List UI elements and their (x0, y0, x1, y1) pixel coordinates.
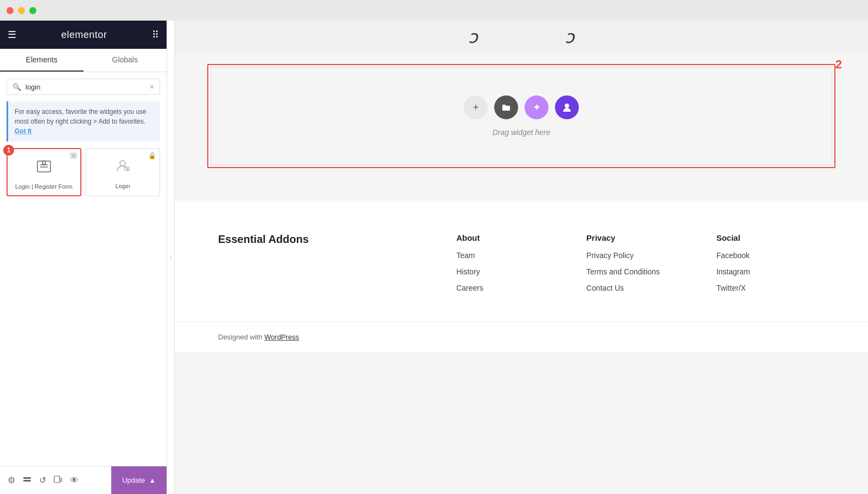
sidebar-header: ☰ elementor ⠿ (0, 21, 167, 49)
footer-section: Essential Addons About Team History Care… (175, 201, 868, 322)
widget-login-register-label: Login | Register Form (12, 183, 76, 190)
lock-icon: 🔒 (148, 152, 156, 159)
drop-zone-wrapper: 2 + ✦ (175, 53, 868, 179)
widget-badge-a: A (70, 152, 76, 159)
footer-grid: Essential Addons About Team History Care… (218, 233, 825, 300)
svg-rect-8 (23, 480, 31, 482)
footer-privacy-title: Privacy (586, 233, 695, 242)
drop-zone-buttons: + ✦ (464, 95, 579, 119)
minimize-button[interactable] (18, 7, 25, 14)
footer-about-title: About (456, 233, 565, 242)
drop-zone-outer: 2 + ✦ (207, 64, 835, 168)
sidebar: ☰ elementor ⠿ Elements Globals 🔍 × For e… (0, 21, 167, 494)
canvas: ɔ ɔ 2 + ✦ (175, 21, 868, 494)
nav-symbol-left: ɔ (468, 27, 478, 47)
hint-text: For easy access, favorite the widgets yo… (15, 108, 146, 125)
svg-rect-0 (37, 161, 50, 172)
hamburger-menu-icon[interactable]: ☰ (8, 29, 16, 41)
bottom-icons: ⚙ ↺ 👁 (0, 475, 111, 486)
responsive-icon[interactable] (54, 475, 62, 486)
nav-symbol-right: ɔ (565, 27, 575, 47)
folder-button[interactable] (494, 95, 518, 119)
sidebar-bottom-toolbar: ⚙ ↺ 👁 Update ▲ (0, 466, 167, 494)
tab-elements[interactable]: Elements (0, 49, 84, 72)
drop-zone-inner[interactable]: + ✦ Drag widget here (210, 67, 832, 165)
footer-link-team[interactable]: Team (456, 251, 565, 260)
wordpress-link[interactable]: WordPress (264, 333, 299, 341)
elementor-logo: elementor (61, 29, 107, 41)
update-chevron-icon: ▲ (149, 477, 156, 484)
clear-search-icon[interactable]: × (150, 82, 154, 91)
footer-social-col: Social Facebook Instagram Twitter/X (716, 233, 825, 300)
footer-privacy-col: Privacy Privacy Policy Terms and Conditi… (586, 233, 695, 300)
footer-link-privacy-policy[interactable]: Privacy Policy (586, 251, 695, 260)
widget-login-register-form[interactable]: 1 A Login | Register Form (7, 148, 81, 196)
svg-point-11 (565, 104, 569, 108)
svg-rect-9 (54, 476, 60, 483)
footer-link-terms[interactable]: Terms and Conditions (586, 267, 695, 276)
titlebar (0, 0, 868, 21)
add-widget-button[interactable]: + (464, 95, 488, 119)
footer-link-instagram[interactable]: Instagram (716, 267, 825, 276)
settings-icon[interactable]: ⚙ (8, 475, 15, 485)
footer-link-facebook[interactable]: Facebook (716, 251, 825, 260)
search-icon: 🔍 (12, 83, 21, 91)
widget-number-1: 1 (3, 145, 14, 156)
update-button[interactable]: Update ▲ (111, 466, 167, 495)
widgets-grid: 1 A Login | Register Form 🔒 (0, 148, 167, 203)
widget-login-icon (91, 157, 156, 178)
footer-brand-col: Essential Addons (218, 233, 435, 300)
magic-button[interactable]: ✦ (525, 95, 548, 119)
layers-icon[interactable] (23, 475, 31, 486)
maximize-button[interactable] (29, 7, 36, 14)
drag-text: Drag widget here (493, 128, 551, 137)
close-button[interactable] (7, 7, 14, 14)
app-body: ☰ elementor ⠿ Elements Globals 🔍 × For e… (0, 21, 868, 494)
footer-link-twitter[interactable]: Twitter/X (716, 284, 825, 292)
search-input[interactable] (25, 83, 145, 91)
widget-login[interactable]: 🔒 Login (86, 148, 161, 196)
update-label: Update (122, 476, 145, 484)
sidebar-search: 🔍 × (0, 72, 167, 101)
footer-social-title: Social (716, 233, 825, 242)
footer-link-contact[interactable]: Contact Us (586, 284, 695, 292)
got-it-button[interactable]: Got It (15, 127, 31, 135)
svg-point-4 (120, 161, 125, 166)
footer-link-careers[interactable]: Careers (456, 284, 565, 292)
search-box: 🔍 × (7, 79, 160, 95)
footer-brand: Essential Addons (218, 233, 435, 246)
preview-icon[interactable]: 👁 (70, 476, 79, 485)
grid-icon[interactable]: ⠿ (152, 29, 159, 41)
widget-form-icon (12, 158, 76, 179)
svg-point-3 (42, 161, 46, 164)
sidebar-tabs: Elements Globals (0, 49, 167, 72)
sidebar-collapse-handle[interactable]: ‹ (167, 21, 175, 494)
footer-link-history[interactable]: History (456, 267, 565, 276)
footer-bottom: Designed with WordPress (175, 322, 868, 352)
hint-box: For easy access, favorite the widgets yo… (7, 101, 160, 142)
designed-text: Designed with (218, 333, 264, 341)
tab-globals[interactable]: Globals (84, 49, 167, 72)
drop-zone-number-2: 2 (835, 57, 842, 72)
widget-login-label: Login (91, 183, 156, 189)
footer-about-col: About Team History Careers (456, 233, 565, 300)
history-icon[interactable]: ↺ (39, 475, 46, 485)
svg-rect-10 (60, 478, 62, 482)
svg-rect-7 (23, 477, 31, 479)
canvas-top-nav: ɔ ɔ (175, 21, 868, 53)
ai-button[interactable] (555, 95, 579, 119)
